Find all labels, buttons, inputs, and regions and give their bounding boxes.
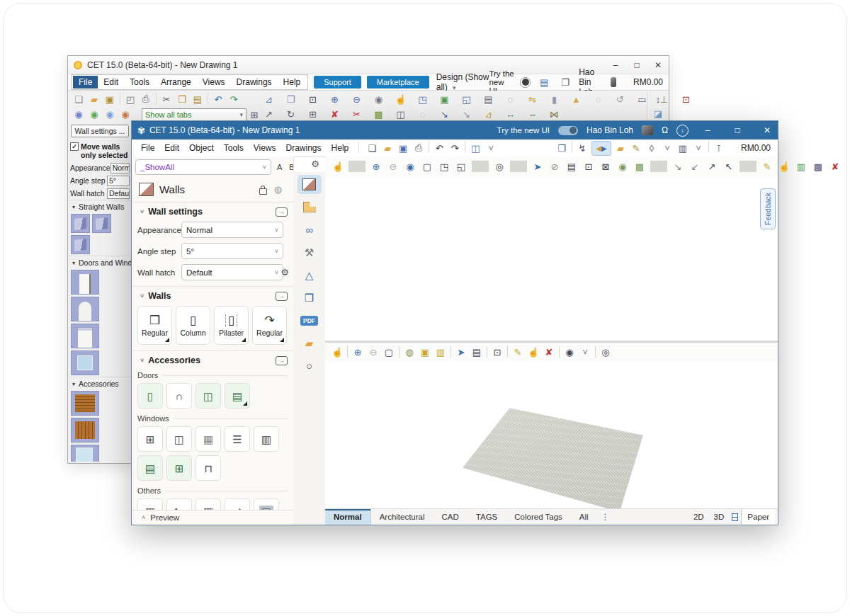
select-similar-icon[interactable]: ⊞ [302,107,324,121]
connector-icon[interactable]: ⊡ [675,92,697,106]
menu-item[interactable]: File [73,76,98,89]
mode-3d-button[interactable]: 3D [710,513,728,521]
deselect-icon[interactable]: ⊘ [546,159,563,173]
resize-vertical-icon[interactable]: ↕ [650,92,666,106]
knob-icon[interactable]: ◍ [274,184,282,195]
select-icon[interactable]: ➤ [529,159,546,173]
preview-bar[interactable]: ˄Preview [132,510,293,525]
view-tab[interactable]: TAGS [468,509,506,525]
zoom-extents-icon[interactable]: ▣ [434,92,455,106]
menu-item[interactable]: Views [249,142,281,154]
layout-columns-icon[interactable]: ◫ [468,141,483,155]
zoom-user-icon[interactable]: ◉ [402,159,419,173]
toolbar-icon[interactable] [572,141,572,152]
zoom-window-icon[interactable]: ◳ [412,92,434,106]
arch-tool[interactable]: ∩ [166,383,192,409]
column-tool[interactable]: ▯Column [176,306,210,345]
marketplace-button[interactable]: Marketplace [367,76,429,89]
straight-wall-thumb[interactable] [71,214,90,233]
user-name[interactable]: Hao Bin Loh [586,125,633,135]
try-new-ui-toggle[interactable] [558,126,578,135]
tools-tab[interactable]: ⚒ [298,243,322,262]
tag-icon[interactable]: ◊ [644,141,659,155]
straight-wall-thumb[interactable] [71,235,90,254]
split-view-icon[interactable] [730,513,738,521]
search-tab[interactable]: ○ [298,356,322,375]
straight-wall-thumb[interactable] [92,214,111,233]
print-icon[interactable]: ⎙ [138,92,154,106]
menu-item[interactable]: Drawings [281,142,327,154]
maximize-button[interactable]: □ [727,121,748,139]
opening-thumb[interactable] [71,324,99,348]
menu-item[interactable]: Help [327,142,354,154]
new-file-icon[interactable]: ❏ [364,141,380,155]
toolbar-icon[interactable] [347,346,348,358]
ruler-icon[interactable]: ⊿ [477,107,499,121]
redo-icon[interactable]: ↷ [226,92,242,106]
curved-wall-tool[interactable]: ↷Regular [252,306,287,345]
save-icon[interactable]: ▣ [102,92,118,106]
panel-toggle-icon[interactable]: ◪ [650,106,666,120]
view-tab[interactable]: Colored Tags [506,509,571,525]
attach-tool-icon[interactable]: ↯ [574,141,590,155]
dimension-sw-icon[interactable]: ↙ [686,159,703,173]
menu-item[interactable]: Help [278,76,307,89]
blinds-tool[interactable]: ☰ [225,426,250,452]
toolbar-icon[interactable] [487,346,487,358]
zoom-out-icon[interactable]: ⊖ [366,345,381,359]
layout-chevron-icon[interactable]: ˅ [483,141,499,155]
center-view-icon[interactable]: ◎ [491,159,508,173]
door-tool[interactable]: ▯ [137,383,163,409]
filter-dropdown[interactable]: _ShowAll˅ [135,159,271,175]
field-select[interactable]: Default˅ [181,264,283,280]
cased-opening-tool[interactable]: ◫ [196,383,221,409]
window-thumb[interactable] [71,350,99,375]
catalog-tab[interactable]: ❒ [298,288,322,307]
picture-window-tool[interactable]: ◫ [166,426,192,452]
select-list-icon[interactable]: ▤ [563,159,580,173]
popout-icon[interactable]: → [276,356,288,365]
copy-icon[interactable]: ❐ [174,92,190,106]
toolbar-icon[interactable] [708,141,709,152]
print-icon[interactable]: ⎙ [411,141,426,155]
toolbar-icon[interactable] [507,346,508,358]
ellipse-icon[interactable]: ◌ [499,92,521,106]
try-new-ui-toggle[interactable] [520,77,531,88]
toolbar-icon[interactable] [740,161,756,172]
camera-chevron-icon[interactable]: ˅ [577,345,593,359]
toolbar-icon[interactable] [120,93,120,105]
cut-icon[interactable]: ✂ [159,92,174,106]
view-tab[interactable]: Architectural [371,509,434,525]
floor-plane-3d[interactable] [460,404,645,509]
curtains-tool[interactable]: ▤ [137,455,163,481]
toolbar-icon[interactable] [510,161,527,172]
stamp-icon[interactable]: ◫ [390,107,412,121]
cut-connect-icon[interactable]: ✂ [346,107,368,121]
close-button[interactable]: ✕ [756,121,778,139]
letter-tab[interactable]: B [286,161,294,173]
design-dropdown[interactable]: Design (Show all) ▾ [436,72,489,92]
fit-pages-icon[interactable]: ❐ [280,92,302,106]
columns-icon[interactable]: ▥ [675,141,691,155]
toolbar-icon[interactable] [472,161,489,172]
section-straight-walls[interactable]: ▾Straight Walls [68,200,132,212]
spray-icon[interactable]: ◌ [412,107,434,121]
tall-window-tool[interactable]: ⊞ [166,455,192,481]
zoom-extents-icon[interactable]: ▢ [419,159,436,173]
open-folder-icon[interactable]: ▰ [380,141,395,155]
view-3d[interactable] [325,361,778,509]
download-icon[interactable]: ↓ [676,125,688,137]
field-select[interactable]: 5°˅ [181,243,283,259]
undo-icon[interactable]: ↶ [431,141,447,155]
dashed-window-tool[interactable]: ▦ [196,426,221,452]
hatch-settings-gear-icon[interactable]: ⚙ [280,267,289,278]
pan-icon[interactable]: ☝ [329,345,345,359]
zoom-selection-icon[interactable]: ◱ [453,159,470,173]
menu-item[interactable]: Edit [159,142,184,154]
camera-view-icon[interactable]: ◉ [614,159,631,173]
field-dropdown[interactable]: Default [107,188,130,199]
chevron-down-icon[interactable]: ˅ [140,208,144,215]
window-tool[interactable]: ⊞ [137,426,163,452]
paper-tab[interactable]: Paper [741,509,775,525]
checkbox-checked[interactable]: ✓ [70,142,79,151]
